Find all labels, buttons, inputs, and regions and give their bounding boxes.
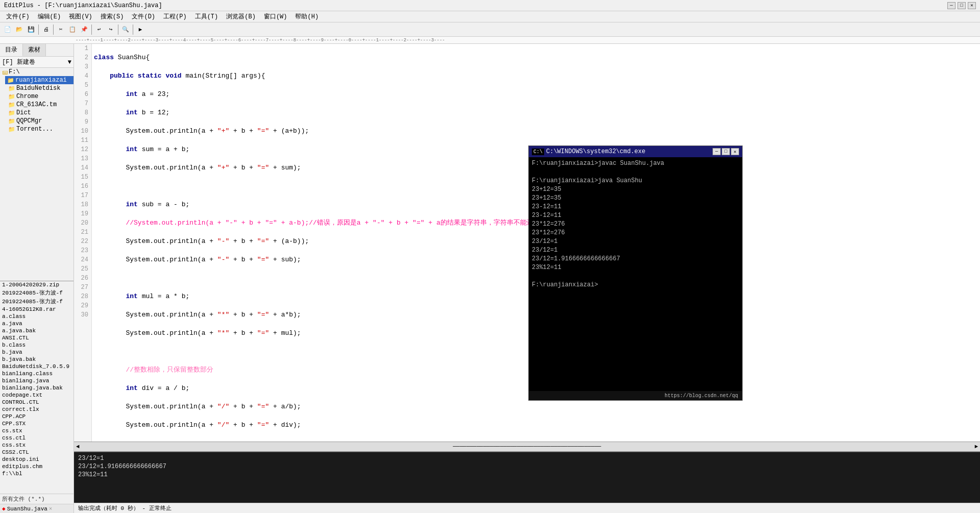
folder-icon-1: 📁 — [7, 77, 14, 84]
file-item[interactable]: codepage.txt — [0, 392, 74, 399]
main-area: 目录 素材 [F] 新建卷 ▼ 🖴 F:\ 📁 ruanjianxiazai 📁… — [0, 44, 980, 513]
file-item[interactable]: a.class — [0, 313, 74, 320]
menu-item-工具T[interactable]: 工具(T) — [191, 11, 223, 22]
file-item[interactable]: b.class — [0, 341, 74, 349]
toolbar-sep-2 — [53, 25, 54, 35]
menu-item-窗口W[interactable]: 窗口(W) — [260, 11, 291, 22]
code-line-1: class SuanShu{ — [94, 53, 978, 62]
file-item[interactable]: 2019224085-张力波-f — [0, 288, 74, 297]
line-num-24: 24 — [74, 255, 91, 264]
undo-button[interactable]: ↩ — [93, 24, 105, 35]
file-item[interactable]: bianliang.class — [0, 370, 74, 377]
menu-item-视图V[interactable]: 视图(V) — [65, 11, 96, 22]
line-num-28: 28 — [74, 292, 91, 301]
sidebar-tabs[interactable]: 目录 素材 — [0, 44, 74, 57]
find-button[interactable]: 🔍 — [120, 24, 131, 35]
menu-item-文件D[interactable]: 文件(D) — [128, 11, 159, 22]
line-numbers: 1 2 3 4 5 6 7 8 9 10 11 12 13 14 15 16 1… — [74, 44, 92, 442]
file-item[interactable]: CPP.STX — [0, 420, 74, 427]
new-button[interactable]: 📄 — [2, 24, 13, 35]
print-button[interactable]: 🖨 — [40, 24, 52, 35]
tab-directory[interactable]: 目录 — [0, 44, 23, 56]
line-num-23: 23 — [74, 246, 91, 255]
file-item[interactable]: bianliang.java — [0, 377, 74, 384]
file-item[interactable]: css.ctl — [0, 434, 74, 442]
cmd-line: F:\ruanjianxiazai>javac SuanShu.java — [532, 159, 739, 168]
file-item[interactable]: 2019224085-张力波-f — [0, 297, 74, 306]
paste-button[interactable]: 📌 — [79, 24, 90, 35]
save-button[interactable]: 💾 — [26, 24, 37, 35]
code-line-2: public static void main(String[] args){ — [94, 71, 978, 81]
file-item[interactable]: f:\\bl — [0, 470, 74, 477]
tree-item-ruanjianxiazai[interactable]: 📁 ruanjianxiazai — [5, 76, 74, 84]
cmd-line: 23/12=1 — [532, 237, 739, 246]
cmd-window-controls[interactable]: — □ ✕ — [713, 148, 739, 155]
file-item[interactable]: cs.stx — [0, 427, 74, 434]
line-num-10: 10 — [74, 127, 91, 136]
file-item[interactable]: CSS2.CTL — [0, 449, 74, 456]
cmd-maximize-button[interactable]: □ — [722, 148, 730, 155]
title-text: EditPlus - [F:\ruanjianxiazai\SuanShu.ja… — [4, 2, 162, 9]
file-item[interactable]: ANSI.CTL — [0, 334, 74, 341]
menu-item-浏览器B[interactable]: 浏览器(B) — [222, 11, 260, 22]
tree-item-chrome[interactable]: 📁 Chrome — [6, 92, 74, 101]
copy-button[interactable]: 📋 — [67, 24, 78, 35]
cut-button[interactable]: ✂ — [55, 24, 66, 35]
sidebar-drive[interactable]: [F] 新建卷 ▼ — [0, 57, 74, 68]
ruler: ----+----1----+----2----+----3----+----4… — [0, 37, 980, 44]
menu-item-帮助H[interactable]: 帮助(H) — [291, 11, 323, 22]
file-item[interactable]: desktop.ini — [0, 456, 74, 463]
minimize-button[interactable]: — — [947, 2, 955, 9]
menu-item-编辑E[interactable]: 编辑(E) — [34, 11, 65, 22]
cmd-title-bar[interactable]: C:\ C:\WINDOWS\system32\cmd.exe — □ ✕ — [529, 146, 742, 157]
file-item[interactable]: CONTROL.CTL — [0, 399, 74, 406]
tree-item-cr[interactable]: 📁 CR_613AC.tm — [6, 101, 74, 109]
line-num-26: 26 — [74, 274, 91, 283]
menu-item-工程P[interactable]: 工程(P) — [159, 11, 191, 22]
tree-item-dict[interactable]: 📁 Dict — [6, 109, 74, 117]
tree-item-qqpcmgr[interactable]: 📁 QQPCMgr — [6, 117, 74, 125]
menu-item-搜索S[interactable]: 搜索(S) — [96, 11, 128, 22]
line-num-8: 8 — [74, 108, 91, 117]
cmd-minimize-button[interactable]: — — [713, 148, 721, 155]
line-num-14: 14 — [74, 163, 91, 173]
cmd-link[interactable]: https://blog.csdn.net/qq — [663, 392, 740, 400]
cmd-close-button[interactable]: ✕ — [731, 148, 739, 155]
file-item[interactable]: 1-200G4202029.zip — [0, 281, 74, 288]
cmd-line: 23+12=35 — [532, 185, 739, 194]
line-num-27: 27 — [74, 283, 91, 292]
file-item[interactable]: a.java — [0, 320, 74, 327]
sidebar-tree[interactable]: 🖴 F:\ 📁 ruanjianxiazai 📁 BaiduNetdisk 📁 … — [0, 68, 74, 281]
file-item[interactable]: correct.tlx — [0, 406, 74, 413]
line-num-17: 17 — [74, 191, 91, 200]
folder-icon-6: 📁 — [8, 118, 15, 125]
bottom-file-tab[interactable]: ◆ SuanShu.java × — [0, 504, 74, 513]
file-item[interactable]: bianliang.java.bak — [0, 384, 74, 392]
maximize-button[interactable]: □ — [958, 2, 966, 9]
output-line-2: 23/12=1.9166666666666667 — [78, 462, 976, 471]
file-item[interactable]: editplus.chm — [0, 463, 74, 470]
run-button[interactable]: ▶ — [135, 24, 146, 35]
redo-button[interactable]: ↪ — [105, 24, 116, 35]
tree-item-torrent[interactable]: 📁 Torrent... — [6, 125, 74, 133]
toolbar-sep-5 — [133, 25, 133, 35]
file-item[interactable]: a.java.bak — [0, 327, 74, 334]
toolbar: 📄 📂 💾 🖨 ✂ 📋 📌 ↩ ↪ 🔍 ▶ — [0, 22, 980, 37]
file-item[interactable]: b.java.bak — [0, 356, 74, 363]
window-controls[interactable]: — □ ✕ — [947, 2, 976, 9]
tab-material[interactable]: 素材 — [23, 44, 46, 56]
menu-item-文件F[interactable]: 文件(F) — [2, 11, 34, 22]
line-num-1: 1 — [74, 44, 91, 53]
file-item[interactable]: CPP.ACP — [0, 413, 74, 420]
tree-item-f[interactable]: 🖴 F:\ — [0, 68, 74, 76]
tree-item-baidunetdisk[interactable]: 📁 BaiduNetdisk — [6, 84, 74, 92]
file-item[interactable]: BaiduNetdisk_7.0.5.9 — [0, 363, 74, 370]
line-num-22: 22 — [74, 237, 91, 246]
file-item[interactable]: 4-16052G12K8.rar — [0, 306, 74, 313]
file-item[interactable]: b.java — [0, 349, 74, 356]
open-button[interactable]: 📂 — [14, 24, 25, 35]
line-num-2: 2 — [74, 53, 91, 62]
close-button[interactable]: ✕ — [968, 2, 976, 9]
sidebar-file-list[interactable]: 1-200G4202029.zip 2019224085-张力波-f 20192… — [0, 281, 74, 494]
file-item[interactable]: css.stx — [0, 442, 74, 449]
